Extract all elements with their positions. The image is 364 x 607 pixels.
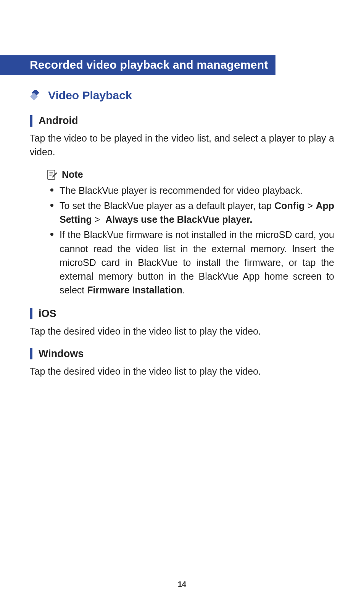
subheading-windows: Windows [30,348,334,360]
document-page: Recorded video playback and management V… [0,0,364,607]
section-heading-row: Video Playback [30,89,334,102]
note-bold: Firmware Installation [87,285,182,295]
note-text: > [92,214,105,225]
note-item: If the BlackVue firmware is not installe… [49,228,334,297]
note-bold: Always use the BlackVue player. [105,214,252,225]
note-text: . [182,285,185,295]
note-icon [47,169,58,180]
note-text: The BlackVue player is recommended for v… [60,185,303,196]
page-number: 14 [0,580,364,589]
diamond-icon [30,90,40,101]
note-text: To set the BlackVue player as a default … [60,200,274,211]
note-heading: Note [47,169,334,180]
section-title: Video Playback [48,89,132,102]
banner-wrap: Recorded video playback and management [0,55,334,75]
android-body: Tap the video to be played in the video … [30,131,334,159]
ios-body: Tap the desired video in the video list … [30,324,334,338]
vertical-bar-icon [30,115,32,127]
subheading-label: Android [39,115,78,127]
windows-body: Tap the desired video in the video list … [30,364,334,378]
note-bold: Config [274,200,304,211]
note-block: Note The BlackVue player is recommended … [47,169,334,297]
note-label: Note [62,169,83,180]
note-list: The BlackVue player is recommended for v… [47,184,334,297]
subheading-label: Windows [39,348,84,360]
vertical-bar-icon [30,348,32,359]
subheading-ios: iOS [30,308,334,320]
note-text: > [304,200,316,211]
note-item: The BlackVue player is recommended for v… [49,184,334,197]
subheading-android: Android [30,115,334,127]
subheading-label: iOS [39,308,56,320]
note-item: To set the BlackVue player as a default … [49,199,334,227]
vertical-bar-icon [30,308,32,319]
chapter-banner: Recorded video playback and management [0,55,275,75]
